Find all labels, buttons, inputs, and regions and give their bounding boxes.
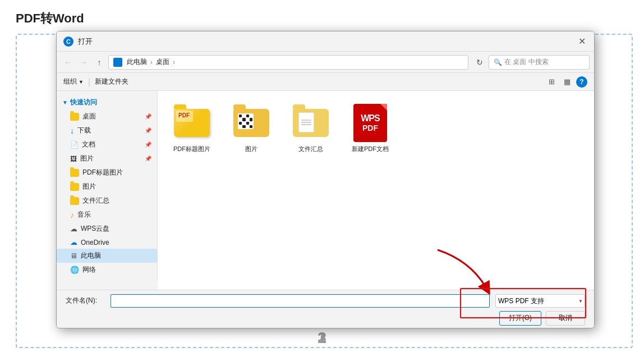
organize-button[interactable]: 组织 ▼ [63, 77, 84, 86]
open-button[interactable]: 打开(O) [499, 311, 541, 326]
filetype-wrapper: WPS PDF 支持 [495, 294, 585, 308]
new-folder-button[interactable]: 新建文件夹 [95, 77, 128, 86]
file-item-new-pdf[interactable]: WPS PDF 新建PDF文档 [345, 100, 395, 157]
content-area: PDF PDF标题图片 [158, 91, 594, 290]
sidebar-item-music[interactable]: ♪ 音乐 [57, 208, 157, 222]
sidebar-item-network[interactable]: 🌐 网络 [57, 263, 157, 277]
step-3: 3 [318, 329, 326, 347]
back-button[interactable]: ← [61, 56, 75, 69]
sidebar-item-wps-cloud[interactable]: ☁ WPS云盘 [57, 222, 157, 236]
close-button[interactable]: ✕ [576, 36, 587, 47]
pin-icon: 📌 [145, 113, 151, 120]
network-icon: 🌐 [70, 266, 79, 274]
open-file-dialog: C 打开 ✕ ← → ↑ 此电脑 › 桌面 › ↻ [56, 31, 595, 328]
main-area: ▼ 桌面 快速访问 桌面 📌 ↓ 下载 📌 [57, 91, 594, 290]
filename-row: 文件名(N): WPS PDF 支持 [66, 294, 585, 308]
picture-icon: 🖼 [70, 155, 77, 163]
file-icon-wrapper: PDF [172, 103, 211, 143]
folder-icon [70, 113, 79, 121]
view-controls: ⊞ ▦ ? [545, 75, 587, 89]
bottom-bar: 文件名(N): WPS PDF 支持 打开(O) 取消 [57, 290, 594, 328]
chevron-icon: ▼ [62, 99, 68, 106]
page-title: PDF转Word [16, 10, 84, 27]
dialog-title: 打开 [78, 36, 572, 47]
folder-icon [70, 197, 79, 205]
quick-access-header[interactable]: ▼ 桌面 快速访问 [57, 95, 157, 109]
dialog-backdrop: C 打开 ✕ ← → ↑ 此电脑 › 桌面 › ↻ [56, 31, 595, 328]
pin-icon: 📌 [145, 156, 151, 162]
actions-bar: 组织 ▼ | 新建文件夹 ⊞ ▦ ? [57, 73, 594, 91]
file-item-pictures[interactable]: 图片 [226, 100, 277, 157]
view-options-button[interactable]: ⊞ [545, 75, 558, 89]
cloud-icon: ☁ [70, 225, 77, 233]
breadcrumb-computer: 此电脑 [127, 57, 147, 67]
sidebar-item-this-computer[interactable]: 🖥 此电脑 [57, 249, 157, 263]
help-button[interactable]: ? [576, 76, 587, 88]
folder-icon [70, 169, 79, 177]
quick-access-label: 快速访问 [70, 98, 97, 107]
cancel-button[interactable]: 取消 [546, 311, 585, 326]
buttons-row: 打开(O) 取消 [66, 311, 585, 326]
onedrive-icon: ☁ [70, 238, 77, 246]
download-icon: ↓ [70, 126, 74, 135]
sidebar-item-pictures[interactable]: 🖼 图片 📌 [57, 152, 157, 166]
document-icon: 📄 [70, 141, 79, 149]
breadcrumb-desktop: 桌面 [156, 57, 169, 67]
file-icon-wrapper: WPS PDF [351, 103, 390, 143]
refresh-button[interactable]: ↻ [473, 56, 486, 69]
address-bar[interactable]: 此电脑 › 桌面 › [108, 55, 468, 70]
pdf-text-overlay: PDF [178, 112, 190, 118]
toolbar: ← → ↑ 此电脑 › 桌面 › ↻ 🔍 在 桌面 中搜索 [57, 52, 594, 73]
pin-icon: 📌 [145, 127, 151, 134]
filetype-select[interactable]: WPS PDF 支持 [495, 294, 585, 308]
computer-icon: 🖥 [70, 252, 77, 260]
filename-input[interactable] [111, 294, 490, 308]
search-icon: 🔍 [494, 58, 502, 66]
folder-qr-icon [233, 109, 269, 137]
sidebar: ▼ 桌面 快速访问 桌面 📌 ↓ 下载 📌 [57, 91, 158, 281]
sidebar-item-pdf-folder[interactable]: PDF标题图片 [57, 166, 157, 180]
folder-icon [70, 183, 79, 191]
file-icon-wrapper [291, 103, 330, 143]
file-label: 图片 [245, 145, 257, 153]
file-label: PDF标题图片 [173, 145, 210, 153]
pin-icon: 📌 [145, 141, 151, 148]
view-toggle-button[interactable]: ▦ [560, 75, 574, 89]
folder-pdf-icon: PDF [174, 109, 210, 137]
music-icon: ♪ [70, 211, 74, 220]
sidebar-item-documents[interactable]: 📄 文档 📌 [57, 138, 157, 152]
file-item-pdf-folder[interactable]: PDF PDF标题图片 [167, 100, 217, 157]
sidebar-item-onedrive[interactable]: ☁ OneDrive [57, 236, 157, 249]
filename-label: 文件名(N): [66, 296, 105, 305]
forward-button[interactable]: → [77, 56, 90, 69]
file-label: 新建PDF文档 [352, 145, 389, 153]
file-label: 文件汇总 [298, 145, 323, 153]
sidebar-container: ▼ 桌面 快速访问 桌面 📌 ↓ 下载 📌 [57, 91, 158, 290]
file-item-summary[interactable]: 文件汇总 [286, 100, 336, 157]
up-button[interactable]: ↑ [93, 56, 106, 69]
title-bar: C 打开 ✕ [57, 31, 594, 52]
sidebar-item-desktop[interactable]: 桌面 📌 [57, 109, 157, 124]
folder-doc-icon [293, 109, 329, 137]
wps-pdf-file-icon: WPS PDF [353, 104, 387, 142]
search-box[interactable]: 🔍 在 桌面 中搜索 [489, 55, 590, 70]
sidebar-item-downloads[interactable]: ↓ 下载 📌 [57, 124, 157, 138]
dialog-icon: C [63, 36, 73, 47]
sidebar-item-file-summary[interactable]: 文件汇总 [57, 194, 157, 208]
file-icon-wrapper [232, 103, 271, 143]
sidebar-item-pictures2[interactable]: 图片 [57, 180, 157, 194]
divider: | [88, 77, 90, 87]
